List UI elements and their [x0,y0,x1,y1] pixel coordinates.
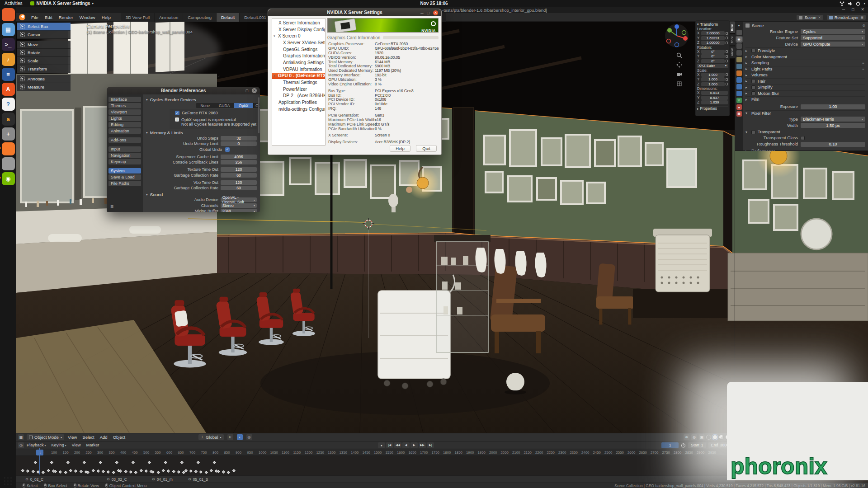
playback-button[interactable]: |◀ [386,442,393,448]
preferences-titlebar[interactable]: Blender Preferences ─ □ ✕ [107,87,260,94]
keyframe-diamond[interactable] [47,469,50,472]
panel-header[interactable]: ▸ Motion Blur [745,90,865,97]
preferences-section-item[interactable]: File Paths [108,181,141,186]
orientation-dropdown[interactable]: ⊥Global▾ [198,434,223,440]
dock-item[interactable] [2,8,15,21]
mode-dropdown[interactable]: Object Mode ▾ [27,434,64,440]
keyframe-diamond[interactable] [140,469,142,472]
lock-icon[interactable] [726,50,728,53]
navigation-gizmo[interactable] [665,23,689,48]
tool-item[interactable]: Select Box [17,23,71,31]
keyframe-diamond[interactable] [112,471,115,474]
number-field[interactable]: 60 [221,186,257,190]
location-field[interactable]: 1.00000 [701,41,725,45]
timeline-menu[interactable]: Keying ▾ [48,443,69,447]
keyframe-diamond[interactable] [97,469,99,472]
properties-subpanel[interactable]: Properties [700,107,717,111]
close-icon[interactable]: ✕ [252,88,257,93]
lock-icon[interactable] [726,37,728,39]
workspace-tab[interactable]: Compositing [183,13,217,22]
rotation-mode-dropdown[interactable]: XYZ Euler▾ [697,64,728,68]
number-field[interactable]: 0 [221,141,257,146]
minimize-icon[interactable]: ─ [420,11,423,15]
tool-item[interactable]: Move [17,41,71,49]
close-icon[interactable]: ✕ [433,10,438,15]
properties-tab-icon[interactable]: ▾ [736,23,742,28]
tree-item[interactable]: X Server Display Configuration [272,26,325,33]
blender-titlebar[interactable]: -tests/pts/blender-1.6.0/barbershop_inte… [16,7,868,13]
properties-tab-icon[interactable] [736,84,742,89]
keyframe-diamond[interactable] [32,470,34,473]
number-field[interactable]: 120 [221,167,257,172]
lock-icon[interactable] [726,55,728,58]
pixel-filter-header[interactable]: ▾ Pixel Filter [745,110,865,117]
preferences-section-item[interactable]: Navigation [108,153,141,158]
menu-item[interactable]: Window [76,15,99,20]
dropdown-field[interactable]: Cycles▾ [801,29,865,34]
dock-item[interactable]: ≡ [2,68,15,81]
properties-tab-icon[interactable] [736,43,742,49]
keyframe-diamond[interactable] [59,470,61,473]
preset-list-icon[interactable]: ≡ [862,61,864,65]
dock-item[interactable]: ? [2,98,15,111]
filter-type-dropdown[interactable]: Blackman-Harris▾ [801,117,865,122]
blender-logo-icon[interactable] [19,14,25,20]
stopwatch-icon[interactable] [681,443,686,448]
camera-view-icon[interactable] [676,71,682,77]
properties-tab-icon[interactable]: ▽ [736,98,742,103]
rotation-field[interactable]: 0° [701,59,725,63]
dock-item[interactable] [2,157,15,170]
device-checkbox[interactable]: ✓ [175,111,179,115]
tree-expand-icon[interactable]: ▾ [274,74,278,78]
number-field[interactable]: 60 [221,173,257,178]
compute-backend-tab[interactable]: CUDA [215,103,235,108]
tree-item[interactable]: Graphics Information [272,52,325,59]
xray-toggle-icon[interactable]: ▣ [699,434,705,440]
maximize-icon[interactable]: □ [246,89,248,93]
exposure-field[interactable]: 1.00 [801,104,865,109]
tree-item[interactable]: X Server XVideo Settings [272,39,325,46]
channel-label[interactable]: ⊙05_01_S [188,477,208,482]
viewport-menu[interactable]: Select [80,435,97,440]
viewport-menu[interactable]: View [65,435,80,440]
channel-label[interactable]: ⊙04_01_m [152,477,173,482]
keyframe-diamond[interactable] [34,461,37,464]
lock-icon[interactable] [726,83,728,85]
keyframe-diamond[interactable] [69,469,72,472]
keyframe-diamond[interactable] [213,461,216,464]
transparent-checkbox[interactable] [751,130,755,134]
panel-header[interactable]: ▸ Color Management [745,54,865,60]
snap-target-icon[interactable]: ▪ [237,434,243,440]
tree-item[interactable]: Antialiasing Settings [272,59,325,66]
dropdown-field[interactable]: OpenAL - OpenAL Soft▾ [221,197,257,202]
keyframe-diamond[interactable] [64,471,67,474]
keyframe-diamond[interactable] [164,461,167,464]
panel-header[interactable]: ▸ Freestyle [745,47,865,54]
roughness-field[interactable]: 0.10 [801,142,865,147]
tree-item[interactable]: Application Profiles [272,99,325,106]
properties-tab-icon[interactable] [736,30,742,35]
properties-tab-icon[interactable]: ● [736,104,742,110]
panel-header[interactable]: ▸ Sampling ≡ [745,60,865,66]
shading-solid-icon[interactable] [712,435,717,440]
keyframe-diamond[interactable] [210,469,212,472]
minimize-icon[interactable]: ─ [239,89,242,93]
channel-label[interactable]: ⊙03_02_C [107,477,127,482]
clock[interactable]: Nov 25 18:06 [420,1,448,6]
move-view-icon[interactable] [676,62,682,68]
proportional-edit-icon[interactable]: ◎ [246,434,252,440]
keyframe-diamond[interactable] [151,470,154,473]
tree-item[interactable]: ▾ X Screen 0 [272,33,325,39]
viewport-menu[interactable]: Add [97,435,110,440]
keyframe-diamond[interactable] [177,470,180,473]
shading-wireframe-icon[interactable] [706,435,711,440]
dock-item[interactable]: ▤ [2,23,15,36]
panel-checkbox[interactable] [751,79,755,83]
panel-header[interactable]: ▸ Simplify [745,84,865,90]
panel-header[interactable]: ▸ Light Paths ≡ [745,66,865,72]
tree-item[interactable]: VDPAU Information [272,66,325,73]
playback-button[interactable]: ● [378,442,385,448]
dimension-field[interactable]: 8.537 [701,96,728,100]
gizmo-toggle-icon[interactable]: ⊕ [684,434,689,440]
keyframe-diamond[interactable] [26,469,29,472]
